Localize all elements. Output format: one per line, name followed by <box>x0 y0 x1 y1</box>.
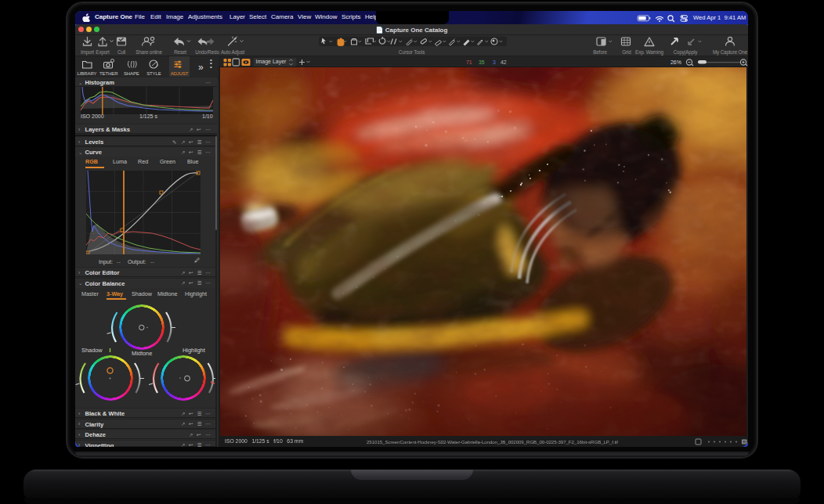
svg-text:71: 71 <box>466 59 472 65</box>
svg-text:42: 42 <box>501 59 507 65</box>
svg-text:35: 35 <box>479 59 485 65</box>
svg-text:26%: 26% <box>670 59 681 65</box>
svg-text:3: 3 <box>493 59 496 65</box>
